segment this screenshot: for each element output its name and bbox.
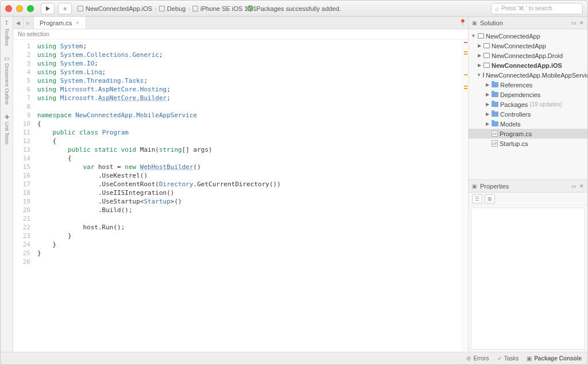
nav-fwd[interactable]: ▶: [24, 17, 34, 29]
warn-marker[interactable]: [464, 88, 467, 89]
zoom-icon[interactable]: [27, 5, 34, 12]
console-icon: ▣: [527, 355, 532, 362]
project-node[interactable]: ▶NewConnectedApp: [469, 41, 587, 51]
folder-icon: [492, 102, 498, 107]
project-node[interactable]: ▶NewConnectedApp.Droid: [469, 51, 587, 60]
run-button[interactable]: [41, 3, 55, 14]
panel-options-icon[interactable]: ▭: [571, 183, 577, 189]
context-bar[interactable]: No selection: [13, 29, 468, 40]
status-text: Packages successfully added.: [256, 5, 341, 12]
toolbox-pad[interactable]: TToolbox: [4, 20, 10, 46]
toolbox-icon: T: [5, 20, 8, 26]
code-body[interactable]: using System;using System.Collections.Ge…: [34, 40, 462, 352]
code-editor[interactable]: 1234567891011121314151617181920212223242…: [13, 40, 468, 352]
device-icon: [192, 6, 198, 11]
errors-label: Errors: [473, 355, 489, 362]
outline-pad[interactable]: ▭Document Outline: [4, 55, 10, 105]
folder-node[interactable]: ▶Controllers: [469, 109, 587, 119]
tab-label: Program.cs: [40, 20, 72, 26]
play-icon: [46, 6, 50, 11]
tests-label: Unit Tests: [4, 122, 10, 144]
line-gutter: 1234567891011121314151617181920212223242…: [13, 40, 34, 352]
minimize-icon[interactable]: [16, 5, 23, 12]
console-label: Package Console: [534, 355, 582, 362]
close-tab-icon[interactable]: ✕: [75, 20, 80, 26]
search-icon: ⌕: [495, 5, 499, 12]
solution-icon: [478, 33, 484, 39]
properties-title: Properties: [480, 183, 509, 190]
solution-icon: ▣: [472, 20, 477, 26]
context-text: No selection: [18, 31, 49, 37]
window-controls: [5, 5, 34, 12]
solution-root[interactable]: ▼NewConnectedApp: [469, 31, 587, 41]
properties-header[interactable]: ▣ Properties ▭ ✕: [469, 180, 587, 193]
errors-pad[interactable]: ⊘Errors: [466, 355, 489, 362]
solution-title: Solution: [480, 20, 503, 26]
sort-alpha-button[interactable]: ⊞: [485, 194, 495, 203]
warn-marker[interactable]: [464, 53, 467, 55]
close-icon[interactable]: [5, 5, 12, 12]
search-placeholder: Press '⌘.' to search: [501, 5, 552, 11]
folder-node[interactable]: ▶Models: [469, 119, 587, 129]
build-status: ✓ Packages successfully added.: [247, 5, 341, 12]
global-search[interactable]: ⌕ Press '⌘.' to search: [491, 3, 583, 14]
project-node[interactable]: ▼NewConnectedApp.MobileAppService: [469, 70, 587, 80]
solution-header[interactable]: ▣ Solution ▭ ✕: [469, 17, 587, 29]
toolbox-label: Toolbox: [4, 28, 10, 46]
error-marker[interactable]: [464, 42, 467, 43]
package-console-pad[interactable]: ▣Package Console: [527, 355, 582, 362]
folder-node[interactable]: ▶Dependencies: [469, 90, 587, 99]
error-icon: ⊘: [466, 355, 471, 362]
tests-icon: ✚: [5, 114, 9, 120]
properties-panel: ▣ Properties ▭ ✕ ☰ ⊞: [469, 179, 587, 352]
editor-tabstrip: ◀ ▶ Program.cs ✕ 📍: [13, 17, 468, 29]
editor-area: ◀ ▶ Program.cs ✕ 📍 No selection 12345678…: [13, 17, 468, 352]
folder-node[interactable]: ▶Packages (19 updates): [469, 99, 587, 109]
crumb-config: Debug: [167, 5, 185, 12]
folder-node[interactable]: ▶References: [469, 80, 587, 90]
folder-icon: [492, 112, 498, 117]
panel-options-icon[interactable]: ▭: [571, 20, 577, 26]
warn-marker[interactable]: [464, 74, 467, 75]
csharp-file-icon: c#: [492, 130, 498, 137]
statusbar: ⊘Errors ✓Tasks ▣Package Console: [1, 352, 587, 364]
properties-icon: ▣: [472, 183, 477, 189]
ide-window: ■ NewConnectedApp.iOS › Debug › iPhone S…: [0, 0, 588, 365]
solution-tree[interactable]: ▼NewConnectedApp▶NewConnectedApp▶NewConn…: [469, 29, 587, 179]
left-rail: TToolbox ▭Document Outline ✚Unit Tests: [1, 17, 13, 352]
titlebar: ■ NewConnectedApp.iOS › Debug › iPhone S…: [1, 1, 587, 17]
folder-icon: [492, 92, 498, 97]
crumb-project: NewConnectedApp.iOS: [86, 5, 152, 12]
tasks-pad[interactable]: ✓Tasks: [497, 355, 519, 362]
csharp-file-icon: c#: [492, 140, 498, 147]
right-column: ▣ Solution ▭ ✕ ▼NewConnectedApp▶NewConne…: [468, 17, 587, 352]
warn-marker[interactable]: [464, 86, 467, 87]
pin-icon[interactable]: 📍: [458, 17, 468, 29]
panel-close-icon[interactable]: ✕: [579, 183, 584, 189]
nav-back[interactable]: ◀: [13, 17, 24, 29]
folder-icon: [492, 121, 498, 126]
file-node[interactable]: c#Program.cs: [469, 129, 587, 139]
project-icon: [483, 72, 484, 78]
marker-strip[interactable]: [462, 40, 468, 352]
stop-button[interactable]: ■: [58, 3, 72, 14]
project-node[interactable]: ▶NewConnectedApp.iOS: [469, 60, 587, 70]
tests-pad[interactable]: ✚Unit Tests: [4, 114, 10, 144]
outline-label: Document Outline: [4, 63, 10, 105]
sort-categorized-button[interactable]: ☰: [472, 194, 482, 203]
project-icon: [483, 43, 490, 48]
run-config-breadcrumb[interactable]: NewConnectedApp.iOS › Debug › iPhone SE …: [78, 5, 257, 12]
outline-icon: ▭: [4, 55, 9, 62]
warn-marker[interactable]: [464, 51, 467, 52]
properties-body: [471, 208, 585, 349]
config-icon: [159, 6, 165, 11]
file-node[interactable]: c#Startup.cs: [469, 139, 587, 148]
check-icon: ✓: [497, 355, 502, 362]
project-icon: [483, 53, 490, 58]
project-icon: [483, 63, 490, 68]
panel-close-icon[interactable]: ✕: [579, 20, 584, 26]
success-icon: ✓: [247, 5, 253, 11]
folder-icon: [492, 82, 498, 87]
file-tab-program[interactable]: Program.cs ✕: [34, 17, 86, 29]
tasks-label: Tasks: [504, 355, 519, 362]
